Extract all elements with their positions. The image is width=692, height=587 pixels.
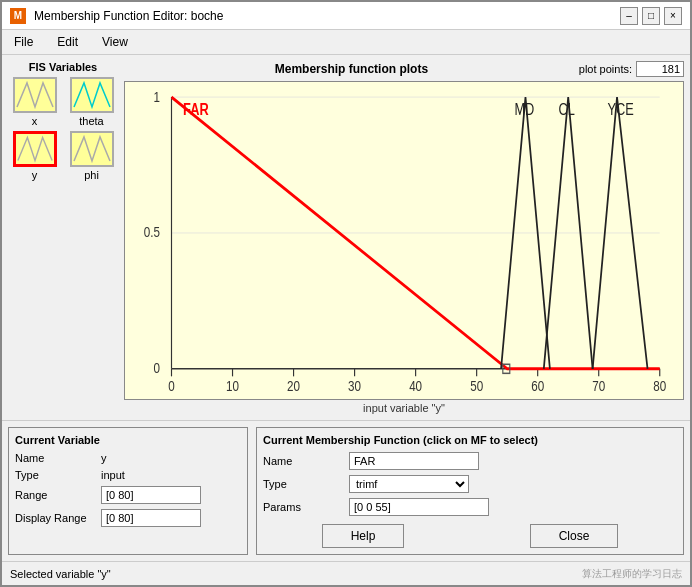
mf-name-input[interactable] — [349, 452, 479, 470]
help-button[interactable]: Help — [322, 524, 405, 548]
mf-type-row: Type trimf trapmf gaussmf — [263, 475, 677, 493]
mf-chart: 0 0.5 1 0 10 20 30 40 50 60 70 80 — [125, 82, 683, 399]
close-button[interactable]: Close — [530, 524, 619, 548]
svg-text:70: 70 — [592, 378, 605, 395]
mf-params-row: Params — [263, 498, 677, 516]
cv-type-value: input — [101, 469, 125, 481]
svg-text:FAR: FAR — [183, 101, 209, 119]
fis-var-phi-box[interactable] — [70, 131, 114, 167]
cv-type-row: Type input — [15, 469, 241, 481]
fis-var-theta[interactable]: theta — [65, 77, 118, 127]
main-content: FIS Variables x — [2, 55, 690, 420]
menu-edit[interactable]: Edit — [53, 33, 82, 51]
cv-display-range-row: Display Range — [15, 509, 241, 527]
plot-title: Membership function plots — [124, 62, 579, 76]
mf-type-select[interactable]: trimf trapmf gaussmf — [349, 475, 469, 493]
main-window: M Membership Function Editor: boche – □ … — [0, 0, 692, 587]
plot-points-label: plot points: — [579, 63, 632, 75]
svg-text:YCE: YCE — [607, 101, 633, 119]
fis-var-phi-label: phi — [84, 169, 99, 181]
svg-text:0.5: 0.5 — [144, 224, 160, 241]
cv-name-value: y — [101, 452, 107, 464]
current-mf-title: Current Membership Function (click on MF… — [263, 434, 677, 446]
fis-var-theta-label: theta — [79, 115, 103, 127]
fis-variables-grid: x theta — [8, 77, 118, 181]
svg-text:30: 30 — [348, 378, 361, 395]
window-controls: – □ × — [620, 7, 682, 25]
cv-type-label: Type — [15, 469, 95, 481]
fis-var-x-label: x — [32, 115, 38, 127]
cv-display-range-input[interactable] — [101, 509, 201, 527]
fis-var-y-label: y — [32, 169, 38, 181]
fis-var-theta-box[interactable] — [70, 77, 114, 113]
status-bar: Selected variable "y" 算法工程师的学习日志 — [2, 561, 690, 585]
menu-bar: File Edit View — [2, 30, 690, 55]
mf-name-label: Name — [263, 455, 343, 467]
cv-display-range-label: Display Range — [15, 512, 95, 524]
svg-text:80: 80 — [653, 378, 666, 395]
bottom-section: Current Variable Name y Type input Range… — [2, 420, 690, 561]
cv-range-label: Range — [15, 489, 95, 501]
close-button[interactable]: × — [664, 7, 682, 25]
menu-file[interactable]: File — [10, 33, 37, 51]
svg-text:0: 0 — [168, 378, 174, 395]
svg-text:0: 0 — [153, 360, 159, 377]
plot-header: Membership function plots plot points: — [124, 61, 684, 77]
current-variable-title: Current Variable — [15, 434, 241, 446]
svg-text:50: 50 — [470, 378, 483, 395]
svg-text:1: 1 — [153, 88, 159, 105]
minimize-button[interactable]: – — [620, 7, 638, 25]
fis-variables-panel: FIS Variables x — [8, 61, 118, 414]
svg-text:40: 40 — [409, 378, 422, 395]
watermark-text: 算法工程师的学习日志 — [582, 567, 682, 581]
svg-rect-0 — [125, 82, 683, 399]
svg-text:CL: CL — [559, 101, 575, 119]
x-axis-label: input variable "y" — [124, 402, 684, 414]
cv-range-input[interactable] — [101, 486, 201, 504]
svg-text:10: 10 — [226, 378, 239, 395]
current-variable-panel: Current Variable Name y Type input Range… — [8, 427, 248, 555]
chart-container[interactable]: 0 0.5 1 0 10 20 30 40 50 60 70 80 — [124, 81, 684, 400]
cv-name-label: Name — [15, 452, 95, 464]
status-text: Selected variable "y" — [10, 568, 111, 580]
menu-view[interactable]: View — [98, 33, 132, 51]
fis-variables-label: FIS Variables — [8, 61, 118, 73]
mf-params-label: Params — [263, 501, 343, 513]
window-title: Membership Function Editor: boche — [34, 9, 612, 23]
svg-text:20: 20 — [287, 378, 300, 395]
cv-range-row: Range — [15, 486, 241, 504]
mf-params-input[interactable] — [349, 498, 489, 516]
mf-type-label: Type — [263, 478, 343, 490]
fis-var-y-box[interactable] — [13, 131, 57, 167]
fis-var-x-box[interactable] — [13, 77, 57, 113]
fis-var-phi[interactable]: phi — [65, 131, 118, 181]
plot-area: Membership function plots plot points: — [124, 61, 684, 414]
cv-name-row: Name y — [15, 452, 241, 464]
mf-name-row: Name — [263, 452, 677, 470]
svg-text:MD: MD — [514, 101, 534, 119]
title-bar: M Membership Function Editor: boche – □ … — [2, 2, 690, 30]
app-icon: M — [10, 8, 26, 24]
current-mf-panel: Current Membership Function (click on MF… — [256, 427, 684, 555]
fis-var-y[interactable]: y — [8, 131, 61, 181]
plot-points-input[interactable] — [636, 61, 684, 77]
svg-text:60: 60 — [531, 378, 544, 395]
fis-var-x[interactable]: x — [8, 77, 61, 127]
action-buttons: Help Close — [263, 524, 677, 548]
plot-points-area: plot points: — [579, 61, 684, 77]
restore-button[interactable]: □ — [642, 7, 660, 25]
